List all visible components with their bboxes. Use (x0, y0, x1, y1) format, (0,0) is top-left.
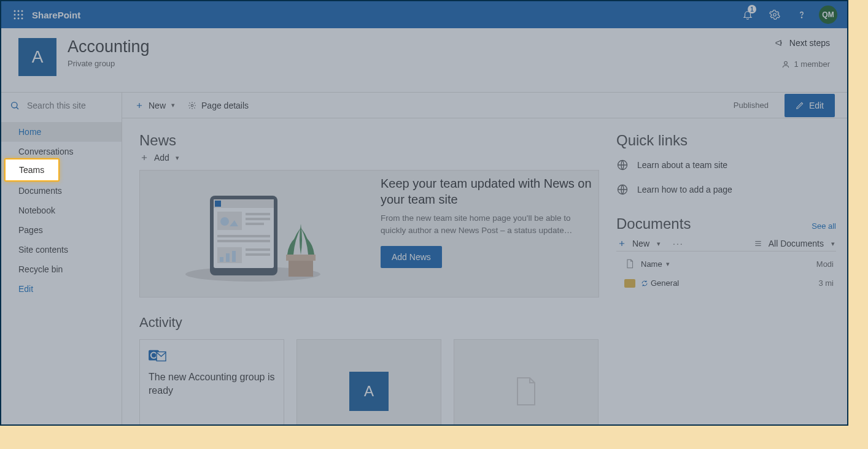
news-section-title: News (139, 132, 599, 149)
site-logo-tile[interactable]: A (18, 38, 56, 76)
product-name[interactable]: SharePoint (32, 10, 80, 20)
svg-rect-32 (289, 258, 313, 277)
documents-new-button[interactable]: New ▾ ··· (618, 239, 684, 248)
waffle-icon (14, 10, 23, 20)
document-name: General (651, 278, 679, 288)
canvas: News Add ▾ (122, 118, 847, 424)
activity-card-email[interactable]: The new Accounting group is ready (139, 339, 284, 424)
plus-icon (618, 239, 626, 248)
svg-rect-30 (246, 248, 270, 251)
edit-button[interactable]: Edit (785, 94, 835, 117)
svg-rect-28 (226, 253, 230, 262)
svg-point-6 (14, 18, 16, 20)
nav-item-edit[interactable]: Edit (1, 279, 122, 299)
site-title[interactable]: Accounting (68, 38, 150, 56)
next-steps-button[interactable]: Next steps (775, 38, 830, 48)
notification-badge: 1 (748, 5, 756, 13)
documents-toolbar: New ▾ ··· All Documents ▾ (616, 239, 836, 248)
site-privacy-label: Private group (68, 59, 150, 68)
svg-point-1 (18, 10, 20, 12)
add-news-dropdown[interactable]: Add ▾ (139, 153, 179, 163)
svg-rect-25 (217, 240, 270, 242)
chevron-down-icon: ▾ (666, 260, 670, 268)
document-modified: 3 mi (800, 278, 834, 288)
nav-item-documents[interactable]: Documents (1, 181, 122, 201)
app-frame: SharePoint 1 QM A Accounting Private gro… (0, 0, 848, 426)
svg-rect-24 (217, 235, 270, 237)
globe-icon (616, 159, 629, 171)
nav-item-recycle-bin[interactable]: Recycle bin (1, 259, 122, 279)
documents-header-row: Name ▾ Modi (616, 254, 836, 274)
app-launcher-button[interactable] (6, 2, 31, 27)
file-type-icon (626, 259, 634, 269)
page-status: Published (734, 101, 769, 110)
column-header-name[interactable]: Name ▾ (641, 259, 800, 269)
body: Home Conversations Teams Documents Noteb… (1, 93, 847, 424)
quicklink-item[interactable]: Learn about a team site (616, 153, 836, 177)
activity-site-tile: A (349, 372, 389, 411)
chevron-down-icon: ▾ (657, 240, 661, 248)
nav-item-notebook[interactable]: Notebook (1, 201, 122, 220)
activity-card-title: The new Accounting group is ready (149, 370, 275, 397)
person-icon (781, 60, 790, 69)
page-details-button[interactable]: Page details (187, 101, 249, 110)
nav-item-teams-highlight[interactable]: Teams (4, 158, 60, 182)
svg-point-3 (14, 14, 16, 16)
members-label: 1 member (794, 59, 830, 69)
chevron-down-icon: ▾ (831, 240, 835, 248)
see-all-link[interactable]: See all (812, 221, 836, 231)
quicklink-label: Learn about a team site (637, 160, 727, 170)
edit-icon (796, 101, 804, 110)
settings-button[interactable] (761, 1, 788, 28)
notifications-button[interactable]: 1 (734, 1, 761, 28)
news-heading: Keep your team updated with News on your… (381, 175, 594, 207)
document-row[interactable]: General 3 mi (616, 274, 836, 293)
main-region: New ▾ Page details Published Edit (122, 93, 847, 424)
activity-card-site[interactable]: A (296, 339, 441, 424)
svg-point-12 (12, 102, 17, 108)
news-illustration (140, 171, 366, 297)
search-input[interactable] (26, 100, 106, 111)
svg-point-20 (220, 217, 229, 226)
add-news-button[interactable]: Add News (381, 246, 442, 268)
quicklinks-section-title: Quick links (616, 132, 836, 149)
svg-point-0 (14, 10, 16, 12)
suite-bar: SharePoint 1 QM (1, 1, 847, 28)
svg-rect-31 (246, 253, 270, 256)
search-icon (10, 101, 20, 110)
nav-item-pages[interactable]: Pages (1, 220, 122, 240)
plus-icon (134, 101, 144, 110)
svg-point-8 (21, 18, 23, 20)
svg-rect-18 (215, 201, 221, 207)
documents-new-label: New (632, 239, 649, 248)
quicklink-item[interactable]: Learn how to add a page (616, 177, 836, 202)
news-description: From the new team site home page you'll … (381, 212, 594, 236)
document-icon (514, 377, 538, 406)
activity-section-title: Activity (139, 315, 599, 331)
column-header-modified[interactable]: Modi (800, 259, 834, 269)
new-label: New (149, 101, 166, 110)
account-avatar[interactable]: QM (819, 6, 837, 24)
search-box[interactable] (1, 93, 122, 118)
svg-point-7 (18, 18, 20, 20)
add-label: Add (154, 153, 169, 163)
activity-card-document[interactable] (454, 339, 599, 424)
news-hero-card: Keep your team updated with News on your… (139, 170, 599, 297)
nav-item-site-contents[interactable]: Site contents (1, 240, 122, 259)
documents-view-switcher[interactable]: All Documents ▾ (754, 239, 835, 248)
help-button[interactable] (788, 1, 815, 28)
megaphone-icon (775, 38, 785, 48)
new-button[interactable]: New ▾ (134, 101, 175, 110)
svg-rect-29 (232, 251, 236, 262)
svg-rect-21 (246, 213, 270, 215)
left-nav: Home Conversations Teams Documents Noteb… (1, 93, 122, 424)
members-button[interactable]: 1 member (781, 59, 830, 69)
page-details-label: Page details (201, 101, 249, 110)
more-actions-button[interactable]: ··· (673, 239, 684, 248)
svg-rect-23 (246, 223, 264, 225)
svg-point-10 (801, 17, 802, 18)
next-steps-label: Next steps (789, 38, 830, 48)
svg-point-4 (18, 14, 20, 16)
edit-label: Edit (809, 101, 824, 110)
nav-item-home[interactable]: Home (1, 122, 122, 142)
